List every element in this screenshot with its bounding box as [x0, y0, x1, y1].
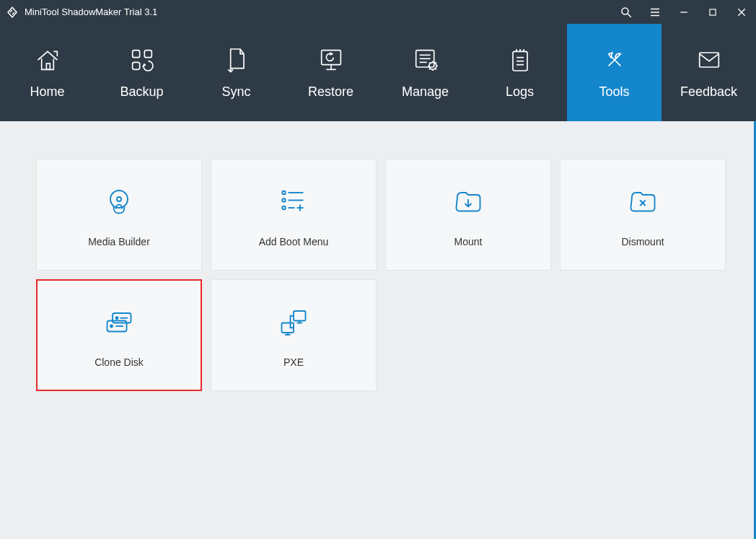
titlebar: MiniTool ShadowMaker Trial 3.1	[0, 0, 756, 24]
minimize-button[interactable]	[669, 0, 698, 24]
nav-home[interactable]: Home	[0, 24, 94, 121]
sync-icon	[222, 45, 251, 74]
nav-label: Tools	[599, 84, 629, 100]
svg-rect-6	[710, 9, 716, 14]
tile-label: PXE	[284, 356, 304, 368]
tile-clone-disk[interactable]: Clone Disk	[36, 279, 202, 391]
nav-restore[interactable]: Restore	[284, 24, 378, 121]
nav-label: Home	[30, 84, 64, 100]
svg-rect-25	[699, 53, 718, 67]
nav-label: Sync	[221, 84, 250, 100]
svg-point-0	[622, 8, 628, 14]
home-icon	[33, 45, 62, 74]
main-nav: Home Backup Sync Restore	[0, 24, 756, 121]
nav-label: Restore	[308, 84, 353, 100]
tile-label: Add Boot Menu	[259, 236, 329, 247]
manage-icon	[411, 45, 440, 74]
nav-label: Logs	[506, 84, 534, 100]
tile-add-boot-menu[interactable]: Add Boot Menu	[211, 159, 377, 271]
svg-point-27	[117, 197, 121, 201]
svg-rect-11	[144, 51, 151, 58]
nav-label: Manage	[402, 84, 449, 100]
svg-point-32	[282, 206, 286, 209]
restore-icon	[317, 45, 346, 74]
mount-icon	[449, 183, 487, 220]
tools-icon	[600, 45, 629, 74]
tile-media-builder[interactable]: Media Builder	[36, 159, 202, 271]
logs-icon	[506, 45, 535, 74]
svg-rect-12	[132, 62, 139, 69]
svg-line-1	[628, 14, 631, 17]
nav-label: Backup	[120, 84, 163, 100]
feedback-icon	[695, 45, 724, 74]
close-button[interactable]	[727, 0, 756, 24]
nav-feedback[interactable]: Feedback	[662, 24, 756, 121]
app-logo-icon	[6, 6, 19, 19]
svg-point-28	[282, 190, 286, 194]
pxe-icon	[275, 303, 312, 341]
svg-point-43	[116, 317, 118, 319]
tools-grid: Media Builder Add Boot Menu Mount	[0, 121, 756, 429]
tile-label: Clone Disk	[94, 356, 144, 368]
maximize-button[interactable]	[698, 0, 727, 24]
tile-label: Mount	[454, 236, 483, 247]
svg-rect-10	[132, 51, 139, 58]
tile-dismount[interactable]: Dismount	[560, 159, 726, 271]
clone-disk-icon	[100, 303, 138, 341]
app-title: MiniTool ShadowMaker Trial 3.1	[25, 6, 157, 17]
backup-icon	[128, 45, 157, 74]
svg-rect-9	[46, 63, 50, 69]
nav-manage[interactable]: Manage	[378, 24, 472, 121]
svg-point-30	[282, 198, 286, 202]
dismount-icon	[624, 183, 662, 220]
menu-icon[interactable]	[641, 0, 669, 24]
media-builder-icon	[100, 183, 138, 220]
add-boot-menu-icon	[275, 183, 312, 220]
tile-pxe[interactable]: PXE	[211, 279, 377, 391]
nav-logs[interactable]: Logs	[472, 24, 567, 121]
svg-rect-45	[294, 311, 306, 321]
tile-label: Dismount	[621, 236, 664, 247]
nav-backup[interactable]: Backup	[94, 24, 189, 121]
nav-sync[interactable]: Sync	[189, 24, 284, 121]
nav-tools[interactable]: Tools	[567, 24, 662, 121]
svg-rect-13	[321, 51, 340, 65]
nav-label: Feedback	[680, 84, 737, 100]
tile-label: Media Builder	[88, 236, 150, 247]
tile-mount[interactable]: Mount	[385, 159, 551, 271]
svg-point-40	[110, 325, 113, 327]
search-icon[interactable]	[612, 0, 641, 24]
